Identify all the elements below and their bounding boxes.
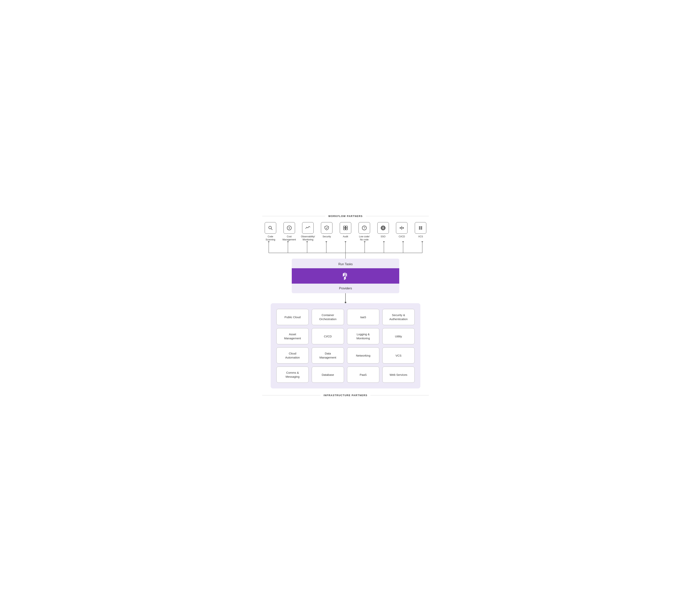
terraform-logo-icon bbox=[341, 272, 350, 280]
svg-point-39 bbox=[422, 241, 423, 242]
icon-item-cicd: CI/CD bbox=[392, 222, 411, 241]
provider-cicd: CI/CD bbox=[312, 328, 344, 344]
provider-data-management: DataManagement bbox=[312, 347, 344, 364]
provider-cloud-automation: CloudAutomation bbox=[276, 347, 309, 364]
svg-point-34 bbox=[326, 241, 327, 242]
svg-text:$: $ bbox=[289, 226, 290, 229]
svg-rect-6 bbox=[343, 228, 345, 230]
svg-point-32 bbox=[287, 241, 289, 242]
svg-rect-4 bbox=[343, 226, 345, 228]
vcs-icon-box bbox=[415, 222, 426, 234]
provider-asset-management: AssetManagement bbox=[276, 328, 309, 344]
svg-point-37 bbox=[383, 241, 385, 242]
cicd-label: CI/CD bbox=[399, 235, 405, 241]
icon-item-code-scanning: CodeScanning bbox=[261, 222, 280, 241]
svg-text:?: ? bbox=[363, 226, 365, 230]
audit-label: Audit bbox=[343, 235, 348, 241]
providers-grid: Public Cloud ContainerOrchestration IaaS… bbox=[276, 309, 415, 383]
svg-rect-5 bbox=[346, 226, 348, 228]
cost-management-icon-box: $ bbox=[284, 222, 295, 234]
provider-database: Database bbox=[312, 367, 344, 383]
svg-point-35 bbox=[345, 241, 346, 242]
observability-label: Observability/Monitoring bbox=[301, 235, 315, 241]
svg-marker-42 bbox=[345, 272, 347, 277]
security-label: Security bbox=[323, 235, 331, 241]
svg-point-38 bbox=[402, 241, 404, 242]
svg-point-36 bbox=[364, 241, 365, 242]
svg-marker-41 bbox=[343, 272, 345, 277]
provider-comms-messaging: Comms &Messaging bbox=[276, 367, 309, 383]
provider-public-cloud: Public Cloud bbox=[276, 309, 309, 325]
infrastructure-partners-label: INFRASTRUCTURE PARTNERS bbox=[259, 394, 432, 397]
workflow-partners-label: WORKFLOW PARTNERS bbox=[259, 215, 432, 218]
cicd-icon-box bbox=[396, 222, 407, 234]
code-scanning-label: CodeScanning bbox=[266, 235, 275, 241]
code-scanning-icon-box bbox=[265, 222, 276, 234]
icons-row: CodeScanning $ CostManagement Observabil… bbox=[259, 222, 432, 241]
connector-dot-bottom bbox=[345, 302, 346, 303]
provider-vcs: VCS bbox=[382, 347, 415, 364]
vertical-connector-line bbox=[345, 293, 346, 302]
icon-item-observability: Observability/Monitoring bbox=[299, 222, 317, 241]
icon-item-sso: SSO bbox=[374, 222, 393, 241]
icon-item-cost-management: $ CostManagement bbox=[280, 222, 299, 241]
provider-paas: PaaS bbox=[347, 367, 379, 383]
sso-label: SSO bbox=[381, 235, 385, 241]
cost-management-label: CostManagement bbox=[283, 235, 296, 241]
diagram-container: WORKFLOW PARTNERS CodeScanning $ CostMan… bbox=[259, 215, 432, 401]
svg-point-0 bbox=[269, 226, 271, 229]
low-code-label: Low code/No code bbox=[359, 235, 370, 241]
svg-point-33 bbox=[306, 241, 308, 242]
provider-networking: Networking bbox=[347, 347, 379, 364]
icon-item-vcs: VCS bbox=[411, 222, 430, 241]
providers-grid-container: Public Cloud ContainerOrchestration IaaS… bbox=[271, 303, 420, 389]
provider-utility: Utility bbox=[382, 328, 415, 344]
run-tasks-label: Run Tasks bbox=[338, 263, 353, 266]
svg-line-1 bbox=[271, 229, 272, 230]
center-block: Run Tasks Providers bbox=[292, 259, 399, 293]
security-icon-box bbox=[321, 222, 332, 234]
svg-rect-7 bbox=[346, 228, 348, 230]
audit-icon-box bbox=[340, 222, 351, 234]
provider-security-authentication: Security &Authentication bbox=[382, 309, 415, 325]
low-code-icon-box: ? bbox=[359, 222, 370, 234]
vertical-connector-wrap bbox=[345, 293, 346, 303]
icon-item-low-code: ? Low code/No code bbox=[355, 222, 374, 241]
icon-item-security: Security bbox=[317, 222, 336, 241]
vcs-label: VCS bbox=[418, 235, 423, 241]
provider-web-services: Web Services bbox=[382, 367, 415, 383]
providers-label: Providers bbox=[339, 284, 352, 293]
svg-point-31 bbox=[268, 241, 269, 242]
provider-logging-monitoring: Logging &Monitoring bbox=[347, 328, 379, 344]
observability-icon-box bbox=[302, 222, 314, 234]
icon-item-audit: Audit bbox=[336, 222, 355, 241]
provider-container-orchestration: ContainerOrchestration bbox=[312, 309, 344, 325]
svg-marker-43 bbox=[344, 276, 346, 280]
connector-lines-top bbox=[259, 241, 432, 259]
sso-icon-box bbox=[377, 222, 389, 234]
provider-iaas: IaaS bbox=[347, 309, 379, 325]
terraform-bar bbox=[292, 268, 399, 284]
